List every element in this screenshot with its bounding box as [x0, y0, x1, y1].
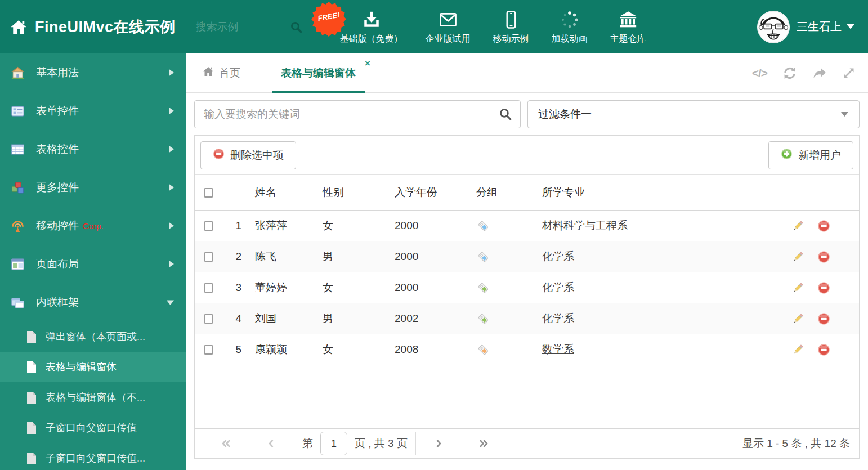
sidebar-item-inline-frame[interactable]: 内联框架	[0, 283, 186, 321]
sidebar-subitem-label: 子窗口向父窗口传值...	[46, 451, 145, 465]
first-page-icon[interactable]	[204, 438, 249, 449]
table-row: 1 张萍萍 女 2000 材料科学与工程系	[195, 211, 859, 241]
major-link[interactable]: 化学系	[542, 281, 574, 293]
sidebar-item-label: 移动控件	[36, 218, 79, 233]
cell-year: 2000	[395, 250, 476, 263]
search-icon[interactable]	[289, 20, 303, 34]
delete-selected-button[interactable]: 删除选中项	[200, 141, 296, 169]
sidebar-item-label: 更多控件	[36, 180, 79, 195]
tab-home[interactable]: 首页	[203, 66, 240, 80]
refresh-icon[interactable]	[782, 66, 797, 80]
sidebar-item-label: 基本用法	[36, 65, 79, 80]
keyword-search-input[interactable]	[194, 100, 521, 128]
caret-down-icon	[166, 299, 175, 306]
sidebar-submenu: 弹出窗体（本页面或... 表格与编辑窗体 表格与编辑窗体（不... 子窗口向父窗…	[0, 321, 186, 470]
sidebar-item-grid-controls[interactable]: 表格控件	[0, 130, 186, 168]
nav-label: 移动示例	[493, 33, 529, 45]
table-header-row: 姓名 性别 入学年份 分组 所学专业	[195, 175, 859, 211]
sidebar-item-mobile-controls[interactable]: 移动控件 Corp.	[0, 207, 186, 245]
sidebar-subitem-child-to-parent-2[interactable]: 子窗口向父窗口传值...	[0, 443, 186, 470]
edit-pencil-icon[interactable]	[791, 312, 804, 325]
cell-year: 2002	[395, 312, 476, 325]
row-index: 2	[222, 250, 255, 263]
nav-item-enterprise-trial[interactable]: 企业版试用	[414, 9, 482, 45]
expand-icon[interactable]	[842, 66, 856, 80]
tab-grid-edit-window[interactable]: 表格与编辑窗体 ×	[272, 53, 365, 93]
header-nav: FREE! 基础版（免费） 企业版试用 移动示例	[329, 9, 657, 45]
download-icon	[362, 9, 381, 29]
cell-name: 陈飞	[255, 249, 323, 264]
sidebar-item-page-layout[interactable]: 页面布局	[0, 245, 186, 283]
sidebar-subitem-grid-edit-window[interactable]: 表格与编辑窗体	[0, 352, 186, 382]
delete-row-icon[interactable]	[817, 343, 830, 356]
search-icon[interactable]	[498, 107, 512, 121]
row-checkbox[interactable]	[204, 345, 213, 355]
file-icon	[26, 452, 38, 465]
sidebar-item-label: 表单控件	[36, 104, 79, 118]
minus-circle-icon	[213, 148, 225, 163]
avatar	[757, 11, 790, 43]
edit-pencil-icon[interactable]	[791, 220, 804, 232]
filter-dropdown[interactable]: 过滤条件一	[527, 100, 860, 128]
select-all-checkbox[interactable]	[204, 188, 213, 198]
row-checkbox[interactable]	[204, 283, 213, 293]
sidebar-subitem-grid-edit-window-2[interactable]: 表格与编辑窗体（不...	[0, 382, 186, 413]
nav-item-theme-store[interactable]: 主题仓库	[599, 9, 657, 45]
home-icon[interactable]	[10, 19, 27, 35]
open-in-new-icon[interactable]	[812, 66, 827, 80]
view-source-icon[interactable]: </>	[752, 66, 767, 80]
delete-row-icon[interactable]	[817, 220, 830, 232]
edit-pencil-icon[interactable]	[791, 250, 804, 263]
free-badge[interactable]: FREE!	[311, 1, 347, 37]
header-search-input[interactable]	[196, 21, 280, 33]
column-header-name: 姓名	[255, 185, 323, 200]
sidebar-subitem-child-to-parent[interactable]: 子窗口向父窗口传值	[0, 413, 186, 443]
prev-page-icon[interactable]	[249, 438, 294, 449]
major-link[interactable]: 化学系	[542, 250, 574, 262]
major-link[interactable]: 数学系	[542, 343, 574, 355]
delete-selected-label: 删除选中项	[230, 148, 284, 163]
antenna-icon	[10, 218, 25, 234]
sidebar: 基本用法 表单控件 表格控件 更多控件	[0, 53, 186, 470]
page-number-input[interactable]	[320, 432, 347, 455]
filter-row: 过滤条件一	[194, 100, 860, 128]
row-index: 3	[222, 281, 255, 294]
sidebar-item-label: 页面布局	[36, 257, 79, 271]
cell-year: 2000	[395, 281, 476, 294]
sidebar-subitem-label: 子窗口向父窗口传值	[46, 421, 137, 435]
row-index: 1	[222, 220, 255, 232]
sidebar-item-more-controls[interactable]: 更多控件	[0, 168, 186, 207]
form-icon	[10, 104, 25, 119]
delete-row-icon[interactable]	[817, 250, 830, 263]
cell-gender: 女	[323, 280, 395, 295]
delete-row-icon[interactable]	[817, 281, 830, 294]
nav-item-loading-animation[interactable]: 加载动画	[540, 9, 599, 45]
cell-gender: 女	[323, 218, 395, 233]
edit-pencil-icon[interactable]	[791, 343, 804, 356]
close-icon[interactable]: ×	[365, 59, 370, 68]
nav-label: 主题仓库	[610, 33, 646, 45]
major-link[interactable]: 化学系	[542, 312, 574, 324]
add-user-button[interactable]: 新增用户	[768, 141, 853, 169]
user-menu[interactable]: 三生石上	[757, 11, 854, 43]
delete-row-icon[interactable]	[817, 312, 830, 325]
row-checkbox[interactable]	[204, 221, 213, 231]
sidebar-subitem-popup-window[interactable]: 弹出窗体（本页面或...	[0, 321, 186, 352]
header-search	[196, 20, 303, 34]
last-page-icon[interactable]	[461, 438, 506, 449]
next-page-icon[interactable]	[416, 438, 461, 449]
nav-label: 加载动画	[552, 33, 588, 45]
app-root: FineUIMvc在线示例 FREE! 基础版（免费）	[0, 0, 868, 470]
user-name: 三生石上	[797, 19, 842, 34]
edit-pencil-icon[interactable]	[791, 281, 804, 294]
tag-icon	[476, 250, 542, 264]
sidebar-item-form-controls[interactable]: 表单控件	[0, 92, 186, 130]
nav-item-mobile-demo[interactable]: 移动示例	[482, 9, 540, 45]
nav-item-basic-free[interactable]: FREE! 基础版（免费）	[329, 9, 414, 45]
sidebar-item-basic-usage[interactable]: 基本用法	[0, 53, 186, 92]
row-checkbox[interactable]	[204, 314, 213, 324]
row-checkbox[interactable]	[204, 252, 213, 262]
keyword-search	[194, 100, 521, 128]
major-link[interactable]: 材料科学与工程系	[542, 220, 628, 231]
sidebar-subitem-label: 表格与编辑窗体（不...	[46, 391, 145, 404]
